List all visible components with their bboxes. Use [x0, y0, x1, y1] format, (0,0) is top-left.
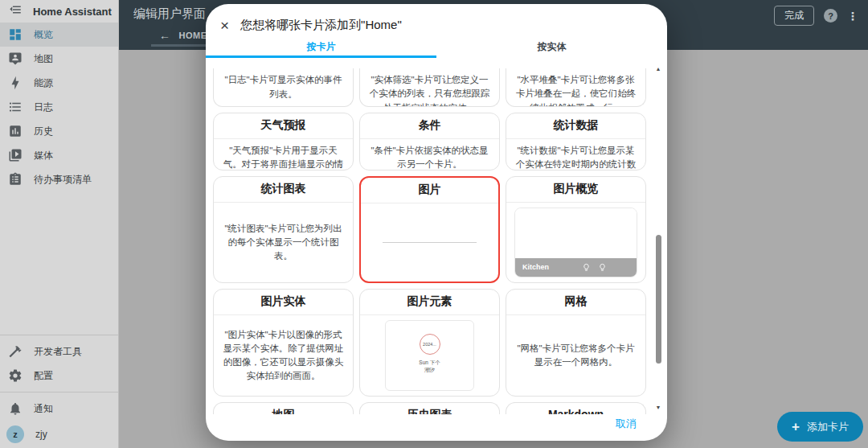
gear-icon	[8, 368, 23, 383]
picture-glance-preview: Kitchen	[514, 208, 637, 277]
kebab-menu-icon[interactable]: ⋮	[847, 10, 858, 23]
add-card-dialog: × 您想将哪张卡片添加到"Home" 按卡片 按实体 "日志"卡片可显示实体的事…	[206, 4, 667, 441]
card-option-entity-filter[interactable]: "实体筛选"卡片可让您定义一个实体的列表，只有您想跟踪处于指定状态的实体。	[359, 68, 500, 107]
scrollbar-thumb[interactable]	[656, 235, 661, 364]
sidebar-item-map[interactable]: 地图	[0, 47, 118, 71]
card-option-statistics-graph[interactable]: 统计图表 "统计图表"卡片可让您为列出的每个实体显示一个统计图表。	[213, 176, 354, 283]
card-option-horizontal-stack[interactable]: "水平堆叠"卡片可让您将多张卡片堆叠在一起，使它们始终彼此相邻放置成一行。	[506, 68, 646, 107]
menu-icon[interactable]	[8, 2, 23, 20]
close-icon[interactable]: ×	[220, 18, 229, 33]
dialog-footer: 取消	[206, 414, 667, 441]
avatar: z	[6, 425, 24, 443]
card-option-picture-highlighted[interactable]: 图片	[359, 176, 500, 283]
user-name: zjy	[35, 429, 47, 440]
dialog-scrollbar: ▲ ▼	[653, 64, 664, 410]
card-grid: "日志"卡片可显示实体的事件列表。 "实体筛选"卡片可让您定义一个实体的列表，只…	[213, 68, 646, 414]
screen: 编辑用户界面 ← HOME ✎ 完成 ? ⋮ Home Assistant 概览…	[0, 0, 868, 448]
sidebar-item-todo[interactable]: 待办事项清单	[0, 167, 118, 191]
divider	[0, 335, 118, 335]
topbar-actions: 完成 ? ⋮	[774, 6, 858, 26]
card-option-picture-elements[interactable]: 图片元素 2024... Sun 下个 潮汐	[359, 289, 500, 397]
card-picker-scroll-area: "日志"卡片可显示实体的事件列表。 "实体筛选"卡片可让您定义一个实体的列表，只…	[206, 58, 667, 414]
active-tab-indicator	[151, 44, 209, 47]
tab-home[interactable]: HOME	[179, 31, 207, 40]
sidebar-item-logbook[interactable]: 日志	[0, 95, 118, 119]
view-dashboard-icon	[8, 27, 23, 42]
picture-elements-preview: 2024... Sun 下个 潮汐	[385, 320, 473, 391]
sidebar: Home Assistant 概览 地图 能源 日志 历史 媒体 待办事项清单	[0, 0, 119, 448]
card-option-map[interactable]: 地图	[213, 402, 354, 414]
chart-box-icon	[8, 124, 23, 138]
sidebar-item-history[interactable]: 历史	[0, 119, 118, 143]
done-button[interactable]: 完成	[774, 6, 814, 26]
add-card-button[interactable]: + 添加卡片	[777, 412, 863, 442]
dialog-title: 您想将哪张卡片添加到"Home"	[240, 18, 402, 33]
card-option-weather-forecast[interactable]: 天气预报 "天气预报"卡片用于显示天气。对于将界面挂墙显示的情况非常有用。	[213, 113, 354, 171]
scroll-up-icon[interactable]: ▲	[653, 66, 664, 72]
sidebar-item-settings[interactable]: 配置	[0, 364, 118, 388]
card-option-markdown[interactable]: Markdown	[506, 402, 646, 414]
sidebar-header: Home Assistant	[0, 0, 118, 23]
sidebar-spacer	[0, 191, 118, 331]
help-icon[interactable]: ?	[824, 9, 837, 23]
dialog-tabs: 按卡片 按实体	[206, 39, 667, 58]
card-option-statistic[interactable]: 统计数据 "统计数据"卡片可让您显示某个实体在特定时期内的统计数值。	[506, 113, 646, 171]
card-option-history-graph[interactable]: 历史图表	[359, 402, 500, 414]
page-title: 编辑用户界面	[133, 6, 206, 22]
card-option-logbook[interactable]: "日志"卡片可显示实体的事件列表。	[213, 68, 354, 107]
sidebar-item-media[interactable]: 媒体	[0, 143, 118, 167]
divider	[0, 392, 118, 393]
preview-caption-bar: Kitchen	[515, 258, 637, 277]
tab-by-entity[interactable]: 按实体	[436, 39, 667, 58]
lightbulb-icon	[598, 263, 607, 272]
dialog-header: × 您想将哪张卡片添加到"Home"	[206, 4, 667, 39]
card-option-picture-entity[interactable]: 图片实体 "图片实体"卡片以图像的形式显示某个实体。除了提供网址的图像，它还可以…	[213, 289, 354, 397]
plus-icon: +	[792, 419, 800, 435]
broken-image-placeholder	[383, 242, 477, 243]
card-option-grid[interactable]: 网格 "网格"卡片可让您将多个卡片显示在一个网格内。	[506, 289, 646, 397]
preview-icons	[582, 263, 607, 272]
clipboard-list-icon	[8, 172, 23, 187]
bell-icon	[8, 401, 23, 416]
list-bulleted-icon	[8, 100, 23, 114]
sidebar-item-notifications[interactable]: 通知	[0, 397, 118, 421]
tooltip-account-icon	[8, 51, 23, 66]
state-caption: Sun 下个 潮汐	[386, 359, 473, 373]
play-box-icon	[8, 148, 23, 162]
hammer-icon	[8, 344, 23, 359]
card-option-conditional[interactable]: 条件 "条件"卡片依据实体的状态显示另一个卡片。	[359, 113, 500, 171]
state-badge: 2024...	[420, 334, 440, 355]
lightbulb-icon	[582, 263, 591, 272]
cancel-button[interactable]: 取消	[616, 417, 637, 431]
scroll-down-icon[interactable]: ▼	[653, 405, 664, 410]
back-arrow-icon[interactable]: ←	[159, 29, 171, 42]
preview-room-label: Kitchen	[522, 262, 549, 273]
sidebar-item-user[interactable]: z zjy	[0, 421, 118, 448]
card-option-picture-glance[interactable]: 图片概览 Kitchen	[506, 176, 646, 283]
app-title: Home Assistant	[33, 6, 112, 18]
preview-image	[515, 208, 637, 258]
lightning-bolt-icon	[8, 76, 23, 90]
sidebar-item-energy[interactable]: 能源	[0, 71, 118, 95]
sidebar-item-overview[interactable]: 概览	[0, 23, 118, 47]
sidebar-item-developer-tools[interactable]: 开发者工具	[0, 339, 118, 364]
